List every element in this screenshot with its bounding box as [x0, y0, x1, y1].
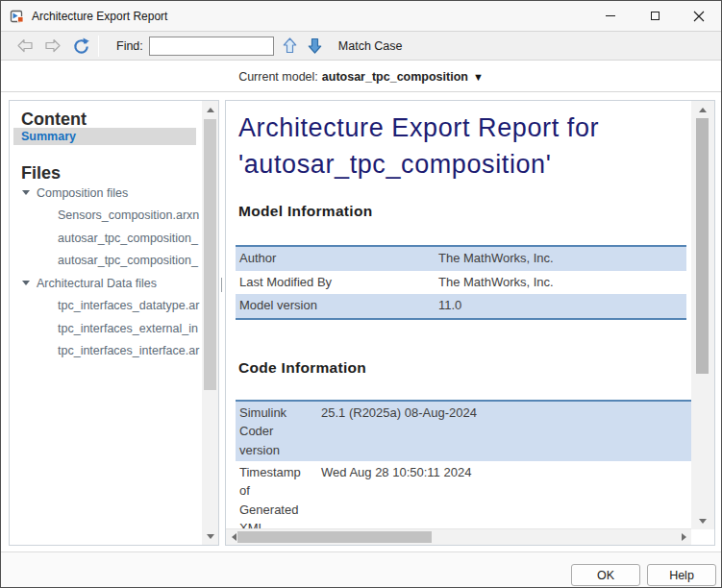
report-title-line1: Architecture Export Report for [238, 110, 599, 146]
files-tree: Composition files Sensors_composition.ar… [10, 182, 214, 362]
current-model-label: Current model: [238, 70, 318, 84]
panel-splitter[interactable] [221, 278, 222, 292]
report-content: Architecture Export Report for 'autosar_… [226, 101, 691, 528]
find-next-button[interactable] [308, 37, 322, 54]
code-information-table: Simulink Coder version 25.1 (R2025a) 08-… [236, 400, 691, 528]
collapse-icon[interactable] [22, 190, 30, 195]
maximize-button[interactable] [633, 1, 677, 31]
match-case-toggle[interactable]: Match Case [338, 39, 403, 53]
forward-button[interactable] [44, 38, 62, 53]
table-cell-label: Last Modified By [236, 271, 436, 295]
report-title: Architecture Export Report for 'autosar_… [238, 110, 599, 183]
back-icon [16, 38, 34, 53]
tree-node-composition-files[interactable]: Composition files [10, 182, 214, 205]
find-input[interactable] [149, 37, 274, 56]
model-information-table: Author The MathWorks, Inc. Last Modified… [236, 245, 686, 320]
refresh-button[interactable] [72, 37, 90, 55]
refresh-icon [72, 37, 90, 55]
main-area: Content Summary Files Composition files … [1, 93, 721, 551]
file-link: tpc_interfaces_interface.ar [58, 344, 199, 357]
dropdown-caret-icon[interactable]: ▼ [473, 71, 484, 83]
scroll-down-arrow[interactable] [691, 515, 714, 527]
collapse-icon[interactable] [22, 281, 30, 285]
current-model-dropdown[interactable]: autosar_tpc_composition [322, 70, 468, 84]
table-cell-label: Model version [236, 294, 436, 318]
table-cell-value: 11.0 [436, 294, 461, 318]
file-link: Sensors_composition.arxn [58, 208, 199, 222]
table-row: Author The MathWorks, Inc. [236, 247, 686, 271]
arrow-down-icon [308, 37, 322, 54]
scroll-up-arrow[interactable] [691, 104, 714, 115]
titlebar: Architecture Export Report [1, 1, 721, 31]
scroll-up-arrow[interactable] [202, 103, 218, 116]
window: Architecture Export Report [0, 0, 722, 588]
minimize-icon [606, 15, 615, 16]
table-row: Timestamp of Generated XML Wed Aug 28 10… [236, 461, 691, 528]
table-cell-value: The MathWorks, Inc. [436, 271, 554, 295]
arrow-up-icon [283, 37, 297, 54]
scrollbar-thumb[interactable] [237, 531, 432, 543]
footer-bar: OK Help [1, 551, 721, 588]
code-information-heading: Code Information [238, 359, 366, 377]
sidebar-scrollbar[interactable] [202, 101, 218, 545]
scroll-right-arrow[interactable] [678, 529, 689, 545]
tree-file-item[interactable]: Sensors_composition.arxn [10, 205, 214, 228]
window-controls [588, 1, 721, 31]
report-panel: Architecture Export Report for 'autosar_… [225, 100, 715, 546]
back-button[interactable] [16, 38, 34, 53]
report-vertical-scrollbar[interactable] [691, 101, 714, 529]
scrollbar-thumb[interactable] [696, 118, 709, 374]
content-heading: Content [21, 110, 87, 130]
tree-node-label: Architectural Data files [37, 277, 157, 290]
table-row: Last Modified By The MathWorks, Inc. [236, 271, 686, 295]
tree-file-item[interactable]: autosar_tpc_composition_ [10, 227, 214, 250]
scroll-down-arrow[interactable] [202, 529, 218, 543]
maximize-icon [651, 12, 660, 20]
close-icon [693, 11, 705, 22]
report-horizontal-scrollbar[interactable] [226, 528, 691, 545]
forward-icon [44, 38, 62, 53]
table-cell-label: Author [236, 247, 436, 271]
table-cell-value: The MathWorks, Inc. [436, 247, 554, 271]
scrollbar-thumb[interactable] [204, 119, 216, 390]
files-heading: Files [21, 163, 61, 184]
model-bar: Current model: autosar_tpc_composition ▼ [1, 61, 721, 92]
file-link: autosar_tpc_composition_ [58, 254, 198, 267]
minimize-button[interactable] [588, 1, 633, 31]
help-button[interactable]: Help [647, 564, 716, 586]
table-cell-label: Timestamp of Generated XML [236, 463, 318, 528]
model-information-heading: Model Information [238, 203, 372, 220]
table-cell-value: Wed Aug 28 10:50:11 2024 [318, 463, 471, 528]
table-row: Simulink Coder version 25.1 (R2025a) 08-… [236, 402, 691, 461]
file-link: tpc_interfaces_datatype.ar [58, 299, 199, 312]
sidebar-item-summary[interactable]: Summary [13, 128, 196, 145]
tree-node-architectural-data-files[interactable]: Architectural Data files [10, 272, 214, 295]
find-label: Find: [116, 39, 143, 53]
ok-button[interactable]: OK [571, 564, 640, 586]
tree-file-item[interactable]: tpc_interfaces_interface.ar [10, 340, 214, 363]
app-icon [10, 9, 25, 24]
table-cell-value: 25.1 (R2025a) 08-Aug-2024 [318, 404, 477, 459]
tree-file-item[interactable]: tpc_interfaces_external_in [10, 317, 214, 340]
close-button[interactable] [677, 1, 721, 31]
tree-node-label: Composition files [37, 186, 128, 200]
toolbar-separator [98, 36, 99, 57]
report-title-line2: 'autosar_tpc_composition' [238, 146, 599, 183]
tree-file-item[interactable]: autosar_tpc_composition_ [10, 250, 214, 273]
file-link: tpc_interfaces_external_in [58, 322, 198, 335]
summary-link: Summary [21, 130, 76, 143]
find-previous-button[interactable] [283, 37, 297, 54]
window-title: Architecture Export Report [32, 10, 167, 23]
file-link: autosar_tpc_composition_ [58, 232, 198, 245]
table-cell-label: Simulink Coder version [236, 404, 318, 459]
toolbar: Find: Match Case [1, 31, 721, 61]
table-row: Model version 11.0 [236, 294, 686, 318]
tree-file-item[interactable]: tpc_interfaces_datatype.ar [10, 295, 214, 318]
content-sidebar: Content Summary Files Composition files … [9, 100, 219, 546]
